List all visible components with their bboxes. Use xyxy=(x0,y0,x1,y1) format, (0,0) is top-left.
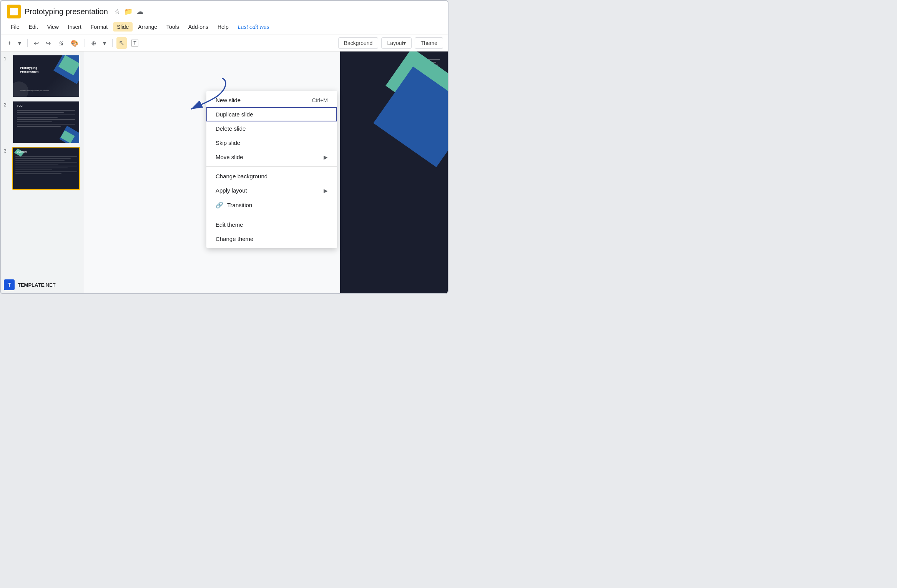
text-tool-icon: T xyxy=(131,40,138,47)
slide1-bg: PrototypingPresentation The best marketi… xyxy=(13,55,79,97)
menu-file[interactable]: File xyxy=(7,22,23,32)
slide1-subtitle: The best marketing tools for your busine… xyxy=(20,90,49,91)
duplicate-slide-label: Duplicate slide xyxy=(216,111,253,118)
slide2-line-6 xyxy=(17,121,52,122)
slide-thumb-3[interactable]: Overview xyxy=(12,147,80,190)
background-button[interactable]: Background xyxy=(338,37,379,49)
slide3-line-1 xyxy=(15,156,77,157)
slide-thumb-inner-2: TOC xyxy=(13,101,79,143)
zoom-dropdown-button[interactable]: ▾ xyxy=(101,38,108,48)
zoom-button[interactable]: ⊕ xyxy=(89,38,98,48)
apply-layout-label: Apply layout xyxy=(216,187,247,194)
dropdown-delete-slide[interactable]: Delete slide xyxy=(206,121,337,136)
slide2-line-4 xyxy=(17,117,58,118)
slide-dropdown-menu: New slide Ctrl+M Duplicate slide Delete … xyxy=(206,91,337,248)
slide1-title: PrototypingPresentation xyxy=(20,66,38,74)
slide3-line-10 xyxy=(15,173,61,174)
toolbar-separator-2 xyxy=(85,39,85,47)
template-brand-suffix: .NET xyxy=(44,282,56,288)
title-row: Prototyping presentation ☆ 📁 ☁ xyxy=(7,5,442,18)
slide2-title: TOC xyxy=(17,105,23,107)
toolbar-separator-1 xyxy=(27,39,28,47)
menu-edit[interactable]: Edit xyxy=(25,22,42,32)
transition-icon: 🔗 xyxy=(216,201,223,209)
toolbar-right: Background Layout▾ Theme xyxy=(338,37,443,49)
redo-button[interactable]: ↪ xyxy=(43,38,53,48)
menu-tools[interactable]: Tools xyxy=(163,22,183,32)
zoom-dropdown-icon: ▾ xyxy=(103,40,106,47)
dropdown-change-theme[interactable]: Change theme xyxy=(206,232,337,246)
delete-slide-label: Delete slide xyxy=(216,125,246,132)
dropdown-new-slide[interactable]: New slide Ctrl+M xyxy=(206,93,337,107)
slide1-circle xyxy=(13,81,28,97)
layout-button[interactable]: Layout▾ xyxy=(381,37,412,49)
edit-theme-label: Edit theme xyxy=(216,221,243,228)
add-dropdown-button[interactable]: ▾ xyxy=(16,38,23,48)
paint-format-button[interactable]: 🎨 xyxy=(68,38,81,48)
main-content: 1 PrototypingPresentation The best marke… xyxy=(1,51,448,293)
slide3-line-8 xyxy=(15,169,52,170)
move-slide-arrow-icon: ▶ xyxy=(324,154,328,160)
slide-thumb-1[interactable]: PrototypingPresentation The best marketi… xyxy=(12,55,80,98)
doc-title[interactable]: Prototyping presentation xyxy=(25,7,108,16)
template-brand-prefix: TEMPLATE xyxy=(18,282,44,288)
toolbar: + ▾ ↩ ↪ 🖨 🎨 ⊕ ▾ ↖ T Bac xyxy=(1,35,448,51)
menu-help[interactable]: Help xyxy=(214,22,233,32)
apply-layout-arrow-icon: ▶ xyxy=(324,188,328,194)
menu-slide[interactable]: Slide xyxy=(113,22,133,32)
menu-view[interactable]: View xyxy=(43,22,63,32)
print-button[interactable]: 🖨 xyxy=(55,38,66,48)
slide-thumb-inner-1: PrototypingPresentation The best marketi… xyxy=(13,55,79,97)
template-icon: T xyxy=(4,279,15,290)
dropdown-edit-theme[interactable]: Edit theme xyxy=(206,218,337,232)
redo-icon: ↪ xyxy=(46,40,51,47)
title-icons: ☆ 📁 ☁ xyxy=(114,7,143,16)
dropdown-skip-slide[interactable]: Skip slide xyxy=(206,136,337,150)
slide3-line-5 xyxy=(15,164,58,164)
folder-icon[interactable]: 📁 xyxy=(124,7,133,16)
menu-bar: File Edit View Insert Format Slide Arran… xyxy=(7,21,442,35)
dropdown-duplicate-slide[interactable]: Duplicate slide xyxy=(206,107,337,121)
plus-icon: + xyxy=(8,40,11,47)
new-slide-label: New slide xyxy=(216,97,241,103)
slide-item-3: 3 Overview xyxy=(4,147,80,190)
transition-label: Transition xyxy=(227,202,328,208)
dropdown-arrow-icon: ▾ xyxy=(18,40,21,47)
slide3-bg: Overview xyxy=(13,148,79,189)
cloud-icon[interactable]: ☁ xyxy=(136,7,143,16)
theme-button[interactable]: Theme xyxy=(415,37,443,49)
toolbar-separator-3 xyxy=(112,39,113,47)
menu-insert[interactable]: Insert xyxy=(64,22,85,32)
dropdown-separator-2 xyxy=(206,215,337,215)
dropdown-transition[interactable]: 🔗 Transition xyxy=(206,198,337,213)
menu-format[interactable]: Format xyxy=(87,22,111,32)
slide3-line-4 xyxy=(15,162,77,163)
slide2-line-1 xyxy=(17,110,75,111)
add-slide-button[interactable]: + xyxy=(5,38,13,48)
undo-button[interactable]: ↩ xyxy=(32,38,41,48)
slide3-line-9 xyxy=(15,171,77,172)
new-slide-shortcut: Ctrl+M xyxy=(312,97,328,103)
canvas-area: New slide Ctrl+M Duplicate slide Delete … xyxy=(83,51,448,293)
paint-format-icon: 🎨 xyxy=(71,40,78,47)
text-tool-button[interactable]: T xyxy=(129,38,140,48)
slide-thumb-2[interactable]: TOC xyxy=(12,101,80,144)
menu-addons[interactable]: Add-ons xyxy=(184,22,212,32)
slide-thumb-inner-3: Overview xyxy=(13,148,79,189)
slide2-line-8 xyxy=(17,126,61,127)
slide3-line-3 xyxy=(15,160,65,161)
slide2-line-3 xyxy=(17,115,75,115)
slide2-bg: TOC xyxy=(13,101,79,143)
menu-last-edit[interactable]: Last edit was xyxy=(234,22,273,32)
slide3-line-7 xyxy=(15,168,68,168)
cursor-tool-button[interactable]: ↖ xyxy=(116,37,127,49)
slide-number-3: 3 xyxy=(4,147,9,154)
dropdown-apply-layout[interactable]: Apply layout ▶ xyxy=(206,183,337,198)
star-icon[interactable]: ☆ xyxy=(114,7,120,16)
dropdown-move-slide[interactable]: Move slide ▶ xyxy=(206,150,337,164)
slide2-line-2 xyxy=(17,112,64,113)
dropdown-change-background[interactable]: Change background xyxy=(206,169,337,183)
slide3-lines xyxy=(15,156,77,175)
slide3-line-2 xyxy=(15,158,71,159)
menu-arrange[interactable]: Arrange xyxy=(134,22,161,32)
